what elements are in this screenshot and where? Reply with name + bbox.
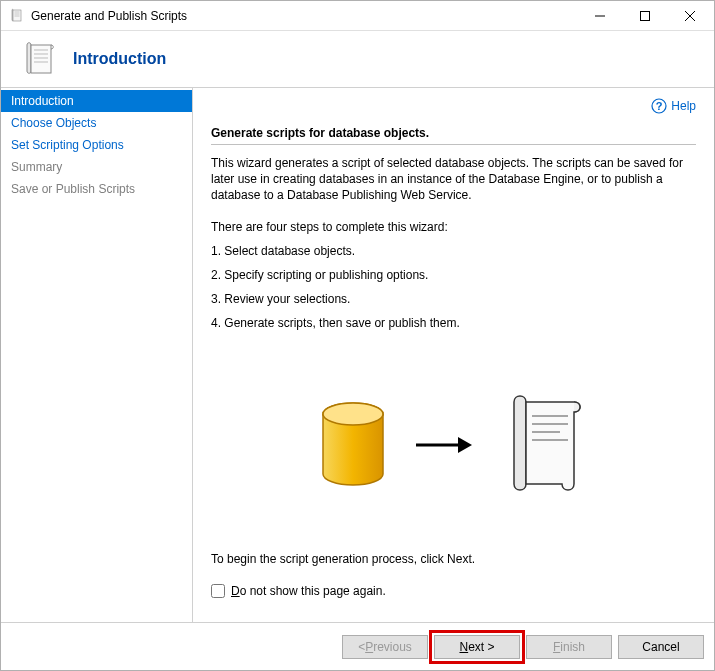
help-label: Help [671, 99, 696, 113]
section-title: Generate scripts for database objects. [211, 126, 696, 140]
finish-button[interactable]: Finish [526, 635, 612, 659]
wizard-body: Introduction Choose Objects Set Scriptin… [1, 88, 714, 622]
sidebar-item-choose-objects[interactable]: Choose Objects [1, 112, 192, 134]
close-button[interactable] [667, 1, 712, 30]
sidebar-item-label: Choose Objects [11, 116, 96, 130]
help-icon: ? [651, 98, 667, 114]
close-icon [685, 11, 695, 21]
sidebar-item-label: Summary [11, 160, 62, 174]
do-not-show-checkbox[interactable] [211, 584, 225, 598]
script-app-icon [9, 8, 25, 24]
minimize-button[interactable] [577, 1, 622, 30]
sidebar-item-label: Save or Publish Scripts [11, 182, 135, 196]
svg-text:?: ? [656, 100, 663, 112]
do-not-show-label[interactable]: Do not show this page again. [231, 584, 386, 598]
maximize-icon [640, 11, 650, 21]
next-button[interactable]: Next > [434, 635, 520, 659]
window-title: Generate and Publish Scripts [31, 9, 577, 23]
sidebar-item-label: Introduction [11, 94, 74, 108]
svg-point-16 [323, 403, 383, 425]
do-not-show-row: Do not show this page again. [211, 584, 386, 598]
svg-rect-8 [31, 45, 51, 73]
wizard-header: Introduction [1, 31, 714, 88]
previous-button[interactable]: < Previous [342, 635, 428, 659]
svg-rect-5 [640, 11, 649, 20]
cancel-button[interactable]: Cancel [618, 635, 704, 659]
sidebar-item-save-publish[interactable]: Save or Publish Scripts [1, 178, 192, 200]
maximize-button[interactable] [622, 1, 667, 30]
section-divider [211, 144, 696, 145]
database-icon [318, 400, 388, 490]
scroll-header-icon [19, 39, 59, 79]
minimize-icon [595, 11, 605, 21]
help-link[interactable]: ? Help [651, 98, 696, 114]
titlebar: Generate and Publish Scripts [1, 1, 714, 31]
arrow-right-icon [414, 430, 474, 460]
sidebar-item-label: Set Scripting Options [11, 138, 124, 152]
page-title: Introduction [73, 50, 166, 68]
wizard-description: This wizard generates a script of select… [211, 155, 696, 204]
step-2: 2. Specify scripting or publishing optio… [211, 268, 696, 282]
wizard-window: Generate and Publish Scripts Introductio… [0, 0, 715, 671]
sidebar: Introduction Choose Objects Set Scriptin… [1, 88, 193, 622]
step-1: 1. Select database objects. [211, 244, 696, 258]
sidebar-item-introduction[interactable]: Introduction [1, 90, 192, 112]
step-4: 4. Generate scripts, then save or publis… [211, 316, 696, 330]
step-3: 3. Review your selections. [211, 292, 696, 306]
content-area: ? Help Generate scripts for database obj… [193, 88, 714, 622]
svg-marker-18 [458, 437, 472, 453]
window-controls [577, 1, 712, 30]
steps-intro: There are four steps to complete this wi… [211, 220, 696, 234]
sidebar-item-set-scripting-options[interactable]: Set Scripting Options [1, 134, 192, 156]
script-scroll-icon [500, 390, 590, 500]
begin-instruction: To begin the script generation process, … [211, 552, 475, 566]
svg-rect-0 [13, 10, 21, 21]
illustration [211, 390, 696, 500]
sidebar-item-summary[interactable]: Summary [1, 156, 192, 178]
wizard-footer: < Previous Next > Finish Cancel [1, 622, 714, 670]
